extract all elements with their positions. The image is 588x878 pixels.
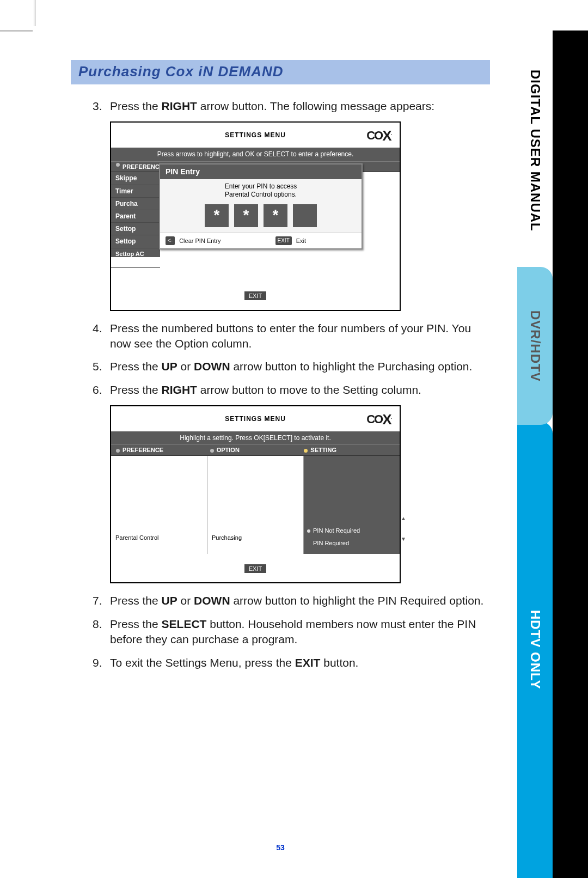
exit-label: Exit [296, 237, 306, 245]
text-bold: RIGHT [162, 383, 197, 396]
step-number: 6. [93, 382, 110, 398]
step-text: Press the UP or DOWN arrow button to hig… [110, 359, 490, 374]
pin-digit-box[interactable]: * [205, 204, 229, 227]
step-5: 5. Press the UP or DOWN arrow button to … [93, 359, 490, 374]
step-3: 3. Press the RIGHT arrow button. The fol… [93, 99, 490, 114]
col-preference-label: PREFERENCE [122, 163, 163, 171]
step-9: 9. To exit the Settings Menu, press the … [93, 655, 490, 670]
arrow-up-icon: ▲ [401, 515, 406, 522]
pin-digit-box[interactable]: * [234, 204, 258, 227]
step-number: 8. [93, 617, 110, 648]
text-fragment: or [177, 594, 194, 607]
step-text: Press the UP or DOWN arrow button to hig… [110, 593, 490, 608]
preference-column: Parental Control [111, 456, 207, 554]
figure-instruction: Press arrows to highlight, and OK or SEL… [111, 148, 400, 161]
text-bold: RIGHT [162, 100, 197, 112]
text-bold: UP [162, 360, 177, 373]
step-number: 4. [93, 321, 110, 352]
step-text: Press the RIGHT arrow button. The follow… [110, 99, 490, 114]
text-fragment: Press the [110, 594, 162, 607]
setting-value: PIN Required [313, 539, 349, 547]
figure-instruction: Highlight a setting. Press OK[SELECT] to… [111, 431, 400, 444]
setting-option[interactable]: PIN Required [304, 537, 400, 550]
page-number: 53 [71, 843, 490, 852]
text-fragment: Press the [110, 360, 162, 373]
text-fragment: To exit the Settings Menu, press the [110, 656, 295, 669]
list-item: Timer [111, 185, 160, 198]
exit-button[interactable]: EXIT [244, 564, 266, 573]
text-fragment: arrow button to highlight the Purchasing… [230, 360, 473, 373]
pin-digit-box[interactable] [293, 204, 317, 227]
option-column: Purchasing [207, 456, 304, 554]
text-fragment: Press the [110, 618, 162, 630]
text-fragment: or [177, 360, 194, 373]
arrow-down-icon: ▼ [401, 535, 406, 543]
exit-button[interactable]: EXIT [244, 291, 266, 300]
text-bold: EXIT [295, 656, 321, 669]
setting-value: PIN Not Required [313, 527, 360, 535]
pin-input-boxes: * * * [160, 203, 362, 233]
text-fragment: Press the [110, 383, 162, 396]
settings-menu-title: SETTINGS MENU [225, 131, 286, 139]
list-item: Purcha [111, 198, 160, 210]
list-item: Parent [111, 210, 160, 223]
step-number: 3. [93, 99, 110, 114]
exit-key-icon: EXIT [275, 236, 292, 245]
step-7: 7. Press the UP or DOWN arrow button to … [93, 593, 490, 608]
side-column: DIGITAL USER MANUAL DVR/HDTV HDTV ONLY [517, 31, 588, 878]
columns-header: PREFERENCE OPTION SETTING [111, 444, 400, 456]
setting-column: PIN Not Required PIN Required [304, 456, 400, 554]
text-fragment: Press the [110, 100, 162, 112]
figure-pin-entry: SETTINGS MENU COX. Press arrows to highl… [110, 121, 401, 310]
text-bold: SELECT [162, 618, 207, 630]
text-fragment: button. [320, 656, 358, 669]
text-bold: UP [162, 594, 177, 607]
step-text: Press the SELECT button. Household membe… [110, 617, 490, 648]
side-black-bar [553, 31, 588, 878]
figure-footer: EXIT [111, 554, 400, 582]
col-setting-label: SETTING [310, 447, 336, 453]
step-4: 4. Press the numbered buttons to enter t… [93, 321, 490, 352]
step-number: 9. [93, 655, 110, 670]
preference-list: Skippe Timer Purcha Parent Settop Settop… [111, 172, 160, 257]
step-text: To exit the Settings Menu, press the EXI… [110, 655, 490, 670]
list-item: Settop AC Outlet [111, 248, 160, 269]
text-bold: DOWN [194, 360, 230, 373]
figure-footer: EXIT [111, 281, 400, 309]
col-option-label: OPTION [217, 447, 240, 453]
page-content: Purchasing Cox iN DEMAND 3. Press the RI… [71, 60, 490, 856]
step-8: 8. Press the SELECT button. Household me… [93, 617, 490, 648]
text-fragment: arrow button to highlight the PIN Requir… [230, 594, 484, 607]
step-text: Press the numbered buttons to enter the … [110, 321, 490, 352]
list-item: Skippe [111, 172, 160, 185]
cox-logo: COX. [366, 125, 391, 144]
step-text: Press the RIGHT arrow button to move to … [110, 382, 490, 398]
step-number: 5. [93, 359, 110, 374]
text-line: Enter your PIN to access [225, 182, 297, 190]
settings-menu-title: SETTINGS MENU [225, 414, 286, 423]
setting-option[interactable]: PIN Not Required [304, 525, 400, 537]
step-6: 6. Press the RIGHT arrow button to move … [93, 382, 490, 398]
preference-value: Parental Control [111, 532, 207, 544]
pin-digit-box[interactable]: * [264, 204, 287, 227]
pin-dialog-title: PIN Entry [160, 164, 362, 179]
figure-setting-columns: SETTINGS MENU COX. Highlight a setting. … [110, 405, 401, 583]
tab-digital-user-manual: DIGITAL USER MANUAL [517, 31, 553, 270]
back-key-icon: <- [166, 236, 175, 245]
section-header: Purchasing Cox iN DEMAND [71, 60, 490, 84]
cox-logo: COX. [366, 409, 391, 428]
list-item: Settop [111, 223, 160, 235]
pin-dialog-message: Enter your PIN to access Parental Contro… [160, 179, 362, 203]
col-preference-label: PREFERENCE [122, 447, 163, 453]
text-fragment: arrow button. The following message appe… [197, 100, 434, 112]
text-bold: DOWN [194, 594, 230, 607]
pin-entry-dialog: PIN Entry Enter your PIN to access Paren… [159, 163, 363, 249]
text-fragment: arrow button to move to the Setting colu… [197, 383, 421, 396]
list-item: Settop [111, 235, 160, 248]
tab-dvr-hdtv: DVR/HDTV [517, 267, 553, 425]
clear-pin-label: Clear PIN Entry [179, 237, 220, 245]
step-number: 7. [93, 593, 110, 608]
pin-dialog-footer: <- Clear PIN Entry EXIT Exit [160, 233, 362, 248]
tab-hdtv-only: HDTV ONLY [517, 422, 553, 878]
option-value: Purchasing [207, 532, 303, 544]
